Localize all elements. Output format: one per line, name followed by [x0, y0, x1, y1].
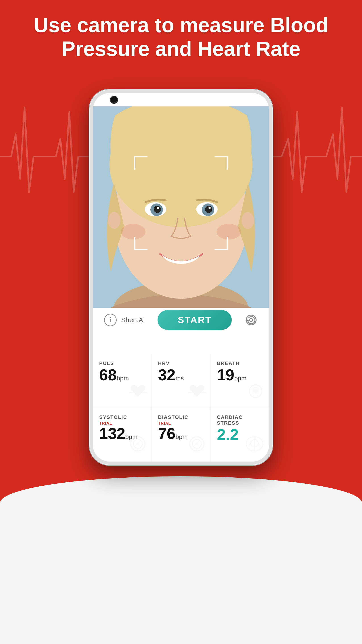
metric-cardiac-stress: CARDIAC STRESS 2.2 [211, 408, 269, 462]
brand-label: Shen.AI [121, 316, 145, 324]
metric-hrv-value: 32 [158, 366, 175, 384]
metric-diastolic-value: 76 [158, 425, 175, 442]
metric-systolic: SYSTOLIC TRIAL 132bpm [93, 408, 151, 462]
camera-flip-icon [245, 314, 258, 326]
svg-point-19 [250, 318, 253, 322]
metric-cardiac-stress-value: 2.2 [217, 426, 239, 444]
metric-systolic-label: SYSTOLIC [99, 414, 145, 420]
metrics-grid: PULS 68bpm HRV 32ms [93, 354, 269, 462]
background-blob [0, 476, 362, 644]
metric-cardiac-stress-icon [245, 435, 265, 457]
svg-point-29 [195, 442, 199, 446]
metric-systolic-icon [129, 435, 147, 457]
metric-diastolic: DIASTOLIC TRIAL 76bpm [152, 408, 210, 462]
metric-breath-unit: bpm [234, 375, 247, 382]
metric-hrv-icon [188, 382, 206, 403]
header-section: Use camera to measure Blood Pressure and… [0, 14, 362, 61]
metric-hrv: HRV 32ms [152, 354, 210, 408]
svg-point-21 [253, 389, 258, 393]
metric-puls: PULS 68bpm [93, 354, 151, 408]
svg-point-24 [136, 442, 140, 446]
metric-diastolic-label: DIASTOLIC [158, 414, 204, 420]
metric-diastolic-icon [188, 435, 206, 457]
metric-breath-value-row: 19bpm [217, 367, 263, 383]
start-button[interactable]: START [158, 310, 232, 330]
phone-mockup: i Shen.AI START [89, 90, 273, 465]
metric-puls-value-row: 68bpm [99, 367, 145, 383]
metric-hrv-unit: ms [175, 375, 184, 382]
camera-view: i Shen.AI START [93, 93, 269, 332]
camera-controls-bar: i Shen.AI START [93, 308, 269, 332]
scan-corner-bl [134, 237, 147, 250]
metric-diastolic-unit: bpm [175, 433, 187, 440]
metric-hrv-label: HRV [158, 360, 204, 366]
metric-puls-value: 68 [99, 366, 117, 384]
metric-hrv-value-row: 32ms [158, 367, 204, 383]
info-button[interactable]: i [104, 314, 117, 326]
phone-top-bar [93, 93, 269, 106]
front-camera [111, 96, 117, 103]
scan-corner-br [215, 237, 228, 250]
metric-systolic-value: 132 [99, 425, 125, 442]
metric-breath-value: 19 [217, 366, 234, 384]
scan-corner-tr [215, 156, 228, 170]
svg-point-6 [242, 212, 254, 229]
metric-puls-label: PULS [99, 360, 145, 366]
metric-breath-icon [247, 382, 265, 403]
metric-breath-label: BREATH [217, 360, 263, 366]
phone-frame: i Shen.AI START [89, 90, 273, 465]
face-scan-frame [134, 156, 228, 250]
svg-point-5 [108, 212, 120, 229]
header-title: Use camera to measure Blood Pressure and… [18, 14, 344, 61]
metric-cardiac-stress-label: CARDIAC STRESS [217, 414, 263, 426]
metric-breath: BREATH 19bpm [211, 354, 269, 408]
camera-flip-button[interactable] [245, 313, 258, 327]
phone-screen: i Shen.AI START [93, 93, 269, 462]
svg-marker-18 [247, 319, 249, 321]
metric-puls-unit: bpm [117, 375, 129, 382]
metric-puls-icon [129, 382, 147, 403]
scan-corner-tl [134, 156, 147, 170]
